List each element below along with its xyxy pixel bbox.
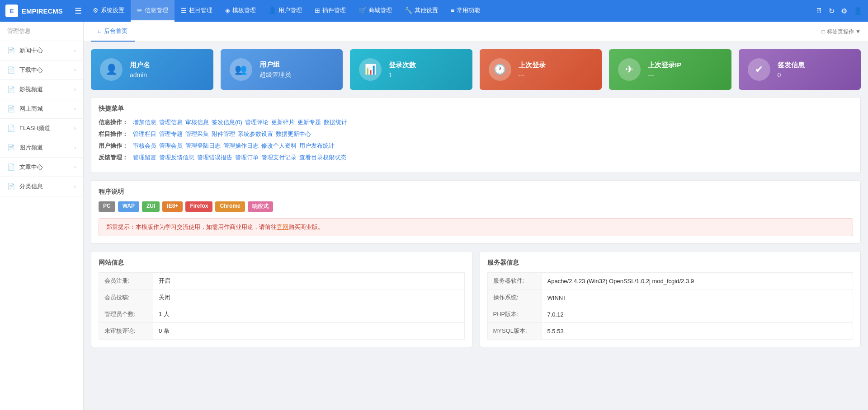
quick-link-3-5[interactable]: 查看目录权限状态 xyxy=(299,154,346,162)
quick-link-1-5[interactable]: 数据更新中心 xyxy=(276,130,311,138)
tabs-right-button[interactable]: □ 标签页操作 ▼ xyxy=(822,28,861,36)
sidebar-item-left-download: 📄 下载中心 xyxy=(7,66,43,74)
stat-cards-row: 👤 用户名 admin 👥 用户组 超级管理员 📊 登录次数 1 🕐 上次登录 … xyxy=(91,49,861,90)
topnav-menu: ⚙系统设置✏信息管理☰栏目管理◈模板管理👤用户管理⊞插件管理🛒商城管理🔧其他设置… xyxy=(86,0,815,22)
sidebar-icon-flash: 📄 xyxy=(7,125,15,132)
wi-label-0: 会员注册: xyxy=(99,273,153,289)
warning-box: 郑重提示：本模版作为学习交流使用，如需用作商业用途，请前往官网购买商业版。 xyxy=(99,218,853,236)
logo-icon: E xyxy=(5,5,18,17)
program-tags: PCWAPZUIIE8+FirefoxChrome响应式 xyxy=(99,201,853,212)
tabs-right-label[interactable]: 标签页操作 ▼ xyxy=(827,28,861,36)
website-info-table: 会员注册: 开启 会员投稿: 关闭 管理员个数: 1 人 未审核评论: 0 条 xyxy=(99,272,465,340)
quick-link-3-0[interactable]: 管理留言 xyxy=(133,154,156,162)
quick-link-3-2[interactable]: 管理错误报告 xyxy=(197,154,232,162)
sidebar-item-video[interactable]: 📄 影视频道 › xyxy=(0,80,83,99)
sidebar-item-download[interactable]: 📄 下载中心 › xyxy=(0,61,83,80)
quick-link-0-7[interactable]: 数据统计 xyxy=(324,118,347,126)
quick-link-2-5[interactable]: 用户发布统计 xyxy=(299,142,335,150)
si-label-2: PHP版本: xyxy=(487,306,542,323)
topnav-item-plugin[interactable]: ⊞插件管理 xyxy=(308,0,352,22)
wi-value-1: 关闭 xyxy=(153,289,465,306)
topnav-item-other[interactable]: 🔧其他设置 xyxy=(398,0,444,22)
program-tag-1: WAP xyxy=(118,201,139,212)
sidebar-label-image: 图片频道 xyxy=(19,144,43,152)
sidebar-label-download: 下载中心 xyxy=(19,66,43,74)
topnav-item-user[interactable]: 👤用户管理 xyxy=(262,0,308,22)
tab-home[interactable]: □后台首页 xyxy=(91,22,135,42)
user-icon[interactable]: 👤 xyxy=(854,7,863,15)
layout: 管理信息 📄 新闻中心 › 📄 下载中心 › 📄 影视频道 › 📄 网上商城 ›… xyxy=(0,22,868,410)
stat-card-value-last_login: --- xyxy=(519,71,546,79)
refresh-icon[interactable]: ↻ xyxy=(829,7,835,15)
menu-label-system: 系统设置 xyxy=(101,6,124,14)
quick-link-2-3[interactable]: 管理操作日志 xyxy=(223,142,259,150)
menu-icon-info: ✏ xyxy=(137,7,142,14)
tabs-bar: □后台首页 □ 标签页操作 ▼ xyxy=(84,22,868,42)
quick-link-2-1[interactable]: 管理会员 xyxy=(159,142,183,150)
quick-link-3-3[interactable]: 管理订单 xyxy=(235,154,259,162)
bottom-grid: 网站信息 会员注册: 开启 会员投稿: 关闭 管理员个数: 1 人 未审核评论:… xyxy=(91,251,861,347)
wi-value-3[interactable]: 0 条 xyxy=(153,323,465,340)
sidebar-item-article[interactable]: 📄 文章中心 › xyxy=(0,158,83,177)
quick-link-2-0[interactable]: 审核会员 xyxy=(133,142,156,150)
logo: E EMPIRECMS xyxy=(5,5,63,17)
topnav-item-shop[interactable]: 🛒商城管理 xyxy=(352,0,398,22)
quick-links-0: 增加信息管理信息审核信息签发信息(0)管理评论更新碎片更新专题数据统计 xyxy=(133,118,347,126)
topnav-item-info[interactable]: ✏信息管理 xyxy=(131,0,175,22)
quick-link-1-0[interactable]: 管理栏目 xyxy=(133,130,156,138)
sidebar-item-flash[interactable]: 📄 FLASH频道 › xyxy=(0,119,83,138)
quick-links-3: 管理留言管理反馈信息管理错误报告管理订单管理支付记录查看目录权限状态 xyxy=(133,154,346,162)
sidebar-item-news[interactable]: 📄 新闻中心 › xyxy=(0,41,83,61)
logo-text: EMPIRECMS xyxy=(22,7,63,15)
sidebar-item-left-video: 📄 影视频道 xyxy=(7,85,43,93)
quick-link-3-4[interactable]: 管理支付记录 xyxy=(261,154,297,162)
quick-link-3-1[interactable]: 管理反馈信息 xyxy=(159,154,194,162)
monitor-icon[interactable]: 🖥 xyxy=(815,7,822,15)
table-row: 会员注册: 开启 xyxy=(99,273,465,289)
quick-menu-row-0: 信息操作： 增加信息管理信息审核信息签发信息(0)管理评论更新碎片更新专题数据统… xyxy=(99,118,853,126)
stat-card-body-last_login: 上次登录 --- xyxy=(519,61,546,79)
stat-card-body-login_count: 登录次数 1 xyxy=(389,61,416,79)
sidebar-item-shop2[interactable]: 📄 网上商城 › xyxy=(0,99,83,119)
quick-link-0-0[interactable]: 增加信息 xyxy=(133,118,156,126)
quick-link-0-3[interactable]: 签发信息(0) xyxy=(212,118,242,126)
sidebar-header: 管理信息 xyxy=(0,22,83,41)
quick-link-2-2[interactable]: 管理登陆日志 xyxy=(185,142,221,150)
quick-link-1-4[interactable]: 系统参数设置 xyxy=(238,130,273,138)
sidebar-icon-category: 📄 xyxy=(7,183,15,190)
tabs-page-icon: □ xyxy=(822,28,825,35)
menu-icon-column: ☰ xyxy=(181,7,187,14)
table-row: MYSQL版本: 5.5.53 xyxy=(487,323,853,340)
sidebar-chevron-image: › xyxy=(74,144,76,151)
settings-icon[interactable]: ⚙ xyxy=(841,7,847,15)
quick-link-0-1[interactable]: 管理信息 xyxy=(159,118,183,126)
si-label-1: 操作系统: xyxy=(487,289,542,306)
topnav-item-template[interactable]: ◈模板管理 xyxy=(219,0,262,22)
quick-cat-1: 栏目操作： xyxy=(99,130,130,138)
topnav-item-system[interactable]: ⚙系统设置 xyxy=(86,0,131,22)
menu-label-user: 用户管理 xyxy=(278,6,302,14)
quick-link-0-2[interactable]: 审核信息 xyxy=(185,118,209,126)
quick-link-1-3[interactable]: 附件管理 xyxy=(212,130,235,138)
warning-link[interactable]: 官网 xyxy=(277,224,288,230)
topnav-item-column[interactable]: ☰栏目管理 xyxy=(175,0,219,22)
sidebar-item-image[interactable]: 📄 图片频道 › xyxy=(0,138,83,158)
stat-card-value-username: admin xyxy=(130,71,150,79)
wi-value-2[interactable]: 1 人 xyxy=(153,306,465,323)
quick-link-2-4[interactable]: 修改个人资料 xyxy=(261,142,297,150)
quick-links-2: 审核会员管理会员管理登陆日志管理操作日志修改个人资料用户发布统计 xyxy=(133,142,335,150)
quick-link-0-5[interactable]: 更新碎片 xyxy=(271,118,295,126)
si-label-0: 服务器软件: xyxy=(487,273,542,289)
hamburger-button[interactable]: ☰ xyxy=(70,3,86,19)
quick-link-1-1[interactable]: 管理专题 xyxy=(159,130,183,138)
quick-link-1-2[interactable]: 管理采集 xyxy=(185,130,209,138)
stat-card-value-sign_info: 0 xyxy=(778,71,805,79)
topnav-item-common[interactable]: ≡常用功能 xyxy=(444,0,486,22)
quick-link-0-6[interactable]: 更新专题 xyxy=(297,118,321,126)
website-info-section: 网站信息 会员注册: 开启 会员投稿: 关闭 管理员个数: 1 人 未审核评论:… xyxy=(91,251,472,347)
quick-link-0-4[interactable]: 管理评论 xyxy=(245,118,269,126)
stat-card-label-usergroup: 用户组 xyxy=(259,61,291,69)
wi-value-0: 开启 xyxy=(153,273,465,289)
si-value-1: WINNT xyxy=(542,289,853,306)
sidebar-item-category[interactable]: 📄 分类信息 › xyxy=(0,177,83,196)
